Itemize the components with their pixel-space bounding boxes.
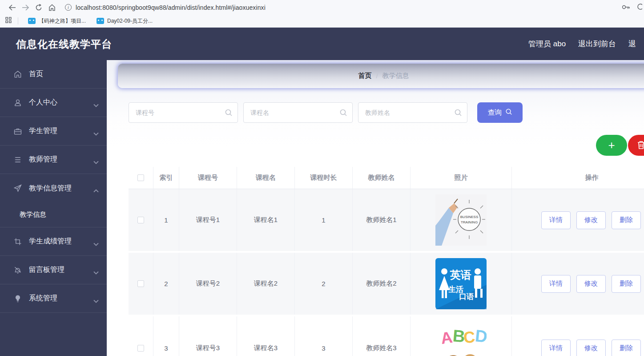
course-photo-abcd-kids[interactable]: A B C D (435, 323, 487, 356)
cell-photo: A B C D (411, 316, 512, 356)
column-header-duration: 课程时长 (295, 167, 353, 189)
cell-duration: 1 (295, 189, 353, 251)
app-title: 信息化在线教学平台 (16, 37, 112, 51)
sidebar-item-home[interactable]: 首页 (0, 60, 107, 89)
apps-grid-icon[interactable] (5, 17, 12, 25)
course-no-input[interactable] (129, 102, 238, 123)
exit-to-front-link[interactable]: 退出到前台 (578, 39, 616, 49)
column-header-course-name: 课程名 (237, 167, 295, 189)
sidebar-item-label: 个人中心 (29, 98, 57, 107)
detail-button[interactable]: 详情 (541, 211, 571, 229)
delete-button[interactable]: 删除 (612, 211, 641, 229)
cell-teacher: 教师姓名2 (353, 253, 411, 315)
sidebar-item-student-score-management[interactable]: 学生成绩管理 (0, 227, 107, 256)
edit-button[interactable]: 修改 (576, 275, 606, 293)
delete-button[interactable]: 删除 (612, 275, 641, 293)
course-name-input[interactable] (243, 102, 353, 123)
search-icon (339, 109, 347, 117)
course-photo-business-training[interactable]: BUSINESS TRAINING (435, 194, 487, 246)
add-button[interactable]: + (596, 135, 627, 156)
bookmark-label: 【码神之路】项目... (39, 17, 86, 25)
sidebar-item-label: 首页 (29, 69, 43, 79)
edit-button[interactable]: 修改 (576, 340, 606, 356)
browser-chrome: i localhost:8080/springboot9qw88/admin/d… (0, 0, 644, 28)
admin-user-label[interactable]: 管理员 abo (528, 39, 566, 49)
teaching-info-table: 索引 课程号 课程名 课程时长 教师姓名 照片 操作 1 课程号1 课程名1 1… (129, 167, 644, 356)
back-icon[interactable] (5, 2, 19, 13)
paper-plane-icon (13, 184, 22, 193)
sidebar-item-student-management[interactable]: 学生管理 (0, 117, 107, 146)
sidebar-item-teaching-info-management[interactable]: 教学信息管理 (0, 174, 107, 202)
chevron-down-icon (93, 240, 99, 243)
search-icon (454, 109, 462, 117)
sidebar-item-label: 学生管理 (29, 126, 57, 136)
sidebar-item-personal-center[interactable]: 个人中心 (0, 89, 107, 117)
svg-text:英语: 英语 (450, 269, 471, 281)
app-header: 信息化在线教学平台 管理员 abo 退出到前台 退 (0, 28, 644, 60)
chevron-down-icon (93, 297, 99, 300)
course-photo-english-speaking[interactable]: 英语 生活 口语 (435, 258, 487, 309)
breadcrumb-home-link[interactable]: 首页 (358, 72, 371, 80)
briefcase-icon (13, 127, 22, 136)
teacher-name-input[interactable] (358, 102, 467, 123)
refresh-icon[interactable] (32, 2, 45, 13)
user-icon (13, 98, 22, 107)
query-button[interactable]: 查询 (477, 102, 523, 123)
bookmark-item[interactable]: Day02-09-员工分... (93, 16, 156, 26)
url-text[interactable]: localhost:8080/springboot9qw88/admin/dis… (76, 4, 266, 11)
site-info-icon[interactable]: i (65, 4, 72, 11)
plus-icon: + (608, 138, 615, 152)
sidebar-item-label: 系统管理 (29, 294, 57, 303)
sidebar-item-message-board-management[interactable]: 留言板管理 (0, 256, 107, 284)
cell-index: 1 (153, 189, 179, 251)
search-icon (505, 108, 512, 117)
svg-text:BUSINESS: BUSINESS (460, 215, 478, 219)
chevron-down-icon (93, 129, 99, 133)
home-icon (13, 70, 22, 79)
cell-actions: 详情 修改 删除 (512, 253, 644, 315)
cell-actions: 详情 修改 删除 (512, 189, 644, 251)
column-header-index: 索引 (153, 167, 179, 189)
bell-off-icon (13, 266, 22, 275)
detail-button[interactable]: 详情 (541, 340, 571, 356)
profile-icon[interactable] (636, 4, 642, 12)
forward-icon[interactable] (19, 2, 32, 13)
logout-link[interactable]: 退 (628, 39, 636, 49)
home-icon[interactable] (45, 2, 59, 13)
sidebar-item-label: 教学信息管理 (29, 184, 72, 193)
svg-text:C: C (463, 328, 476, 347)
trash-icon (637, 140, 644, 151)
table-header-row: 索引 课程号 课程名 课程时长 教师姓名 照片 操作 (129, 167, 644, 189)
bookmark-separator (18, 17, 18, 24)
search-bar: 查询 (129, 102, 523, 123)
cell-course-name: 课程名2 (237, 253, 295, 315)
cell-course-name: 课程名3 (237, 316, 295, 356)
row-checkbox[interactable] (137, 345, 144, 352)
bilibili-icon (97, 18, 104, 24)
password-key-icon[interactable] (622, 4, 631, 12)
detail-button[interactable]: 详情 (541, 275, 571, 293)
row-checkbox[interactable] (137, 217, 144, 223)
select-all-cell (129, 167, 153, 189)
edit-button[interactable]: 修改 (576, 211, 606, 229)
select-all-checkbox[interactable] (137, 174, 144, 181)
chevron-up-icon (93, 186, 99, 190)
bookmark-item[interactable]: 【码神之路】项目... (24, 16, 89, 26)
sidebar-subitem-teaching-info[interactable]: 教学信息 (0, 202, 107, 227)
cell-photo: BUSINESS TRAINING (411, 189, 512, 251)
sidebar-item-label: 学生成绩管理 (29, 237, 72, 246)
chevron-down-icon (93, 268, 99, 272)
sidebar-item-system-management[interactable]: 系统管理 (0, 284, 107, 313)
row-checkbox[interactable] (137, 280, 144, 287)
cell-course-no: 课程号3 (179, 316, 237, 356)
table-row: 1 课程号1 课程名1 1 教师姓名1 BUSINESS TRAINING (129, 189, 644, 253)
delete-button[interactable]: 删除 (612, 340, 641, 356)
lightbulb-icon (13, 294, 22, 303)
cell-actions: 详情 修改 删除 (512, 316, 644, 356)
batch-delete-button[interactable] (628, 135, 644, 156)
bookmarks-bar: 【码神之路】项目... Day02-09-员工分... (0, 15, 644, 27)
sidebar-item-label: 教师管理 (29, 155, 57, 164)
address-bar[interactable]: i localhost:8080/springboot9qw88/admin/d… (65, 4, 622, 11)
svg-text:D: D (474, 326, 487, 346)
sidebar-item-teacher-management[interactable]: 教师管理 (0, 146, 107, 174)
